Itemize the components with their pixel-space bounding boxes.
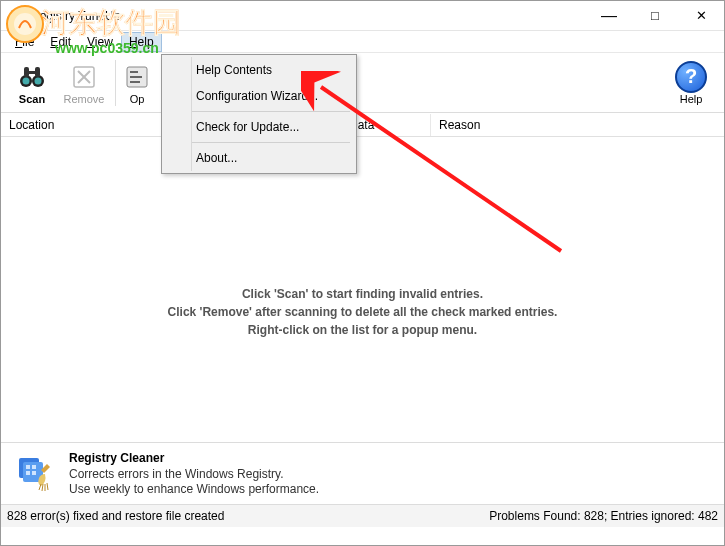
close-button[interactable]: ✕ xyxy=(678,1,724,31)
svg-rect-10 xyxy=(29,71,35,74)
svg-point-30 xyxy=(14,13,36,35)
help-button[interactable]: ? Help xyxy=(666,57,716,109)
maximize-button[interactable]: □ xyxy=(632,1,678,31)
svg-rect-17 xyxy=(130,81,140,83)
scan-button[interactable]: Scan xyxy=(7,57,57,109)
svg-rect-16 xyxy=(130,76,142,78)
help-label: Help xyxy=(680,93,703,105)
help-contents-item[interactable]: Help Contents xyxy=(192,57,354,83)
watermark-badge-icon xyxy=(5,4,45,44)
svg-rect-15 xyxy=(130,71,138,73)
help-icon: ? xyxy=(675,61,707,93)
about-item[interactable]: About... xyxy=(192,145,354,171)
watermark-text: 河东软件园 xyxy=(41,4,181,42)
remove-button: Remove xyxy=(59,57,109,109)
hint-line-2: Click 'Remove' after scanning to delete … xyxy=(1,303,724,321)
svg-rect-20 xyxy=(26,465,30,469)
toolbar-separator xyxy=(115,60,116,106)
remove-icon xyxy=(70,61,98,93)
scan-label: Scan xyxy=(19,93,45,105)
remove-label: Remove xyxy=(64,93,105,105)
hint-line-1: Click 'Scan' to start finding invalid en… xyxy=(1,285,724,303)
binoculars-icon xyxy=(17,61,47,93)
list-header: Location Entry/N... Data Reason xyxy=(1,113,724,137)
hint-line-3: Right-click on the list for a popup menu… xyxy=(1,321,724,339)
check-for-update-item[interactable]: Check for Update... xyxy=(192,114,354,140)
info-panel: Registry Cleaner Corrects errors in the … xyxy=(1,443,724,505)
toolbar: Scan Remove Op ? Help xyxy=(1,53,724,113)
status-left: 828 error(s) fixed and restore file crea… xyxy=(7,509,489,523)
svg-line-27 xyxy=(47,483,48,490)
info-title: Registry Cleaner xyxy=(69,451,319,465)
svg-rect-22 xyxy=(26,471,30,475)
options-icon xyxy=(124,61,150,93)
watermark-url: www.pc0359.cn xyxy=(55,40,181,56)
help-menu-dropdown: Help Contents Configuration Wizard... Ch… xyxy=(161,54,357,174)
svg-rect-9 xyxy=(35,67,40,77)
configuration-wizard-item[interactable]: Configuration Wizard... xyxy=(192,83,354,109)
info-line-2: Use weekly to enhance Windows performanc… xyxy=(69,482,319,497)
column-reason[interactable]: Reason xyxy=(431,114,611,136)
registry-cleaner-icon xyxy=(17,454,57,494)
options-label: Op xyxy=(130,93,145,105)
svg-rect-21 xyxy=(32,465,36,469)
menu-separator xyxy=(168,142,350,143)
info-line-1: Corrects errors in the Windows Registry. xyxy=(69,467,319,482)
menu-separator xyxy=(168,111,350,112)
options-button[interactable]: Op xyxy=(120,57,154,109)
minimize-button[interactable]: — xyxy=(586,1,632,31)
status-right: Problems Found: 828; Entries ignored: 48… xyxy=(489,509,718,523)
svg-point-7 xyxy=(35,77,42,84)
svg-rect-23 xyxy=(32,471,36,475)
statusbar: 828 error(s) fixed and restore file crea… xyxy=(1,505,724,527)
svg-point-6 xyxy=(23,77,30,84)
watermark: 河东软件园 www.pc0359.cn xyxy=(5,4,181,56)
results-list[interactable]: Click 'Scan' to start finding invalid en… xyxy=(1,137,724,443)
svg-rect-8 xyxy=(24,67,29,77)
